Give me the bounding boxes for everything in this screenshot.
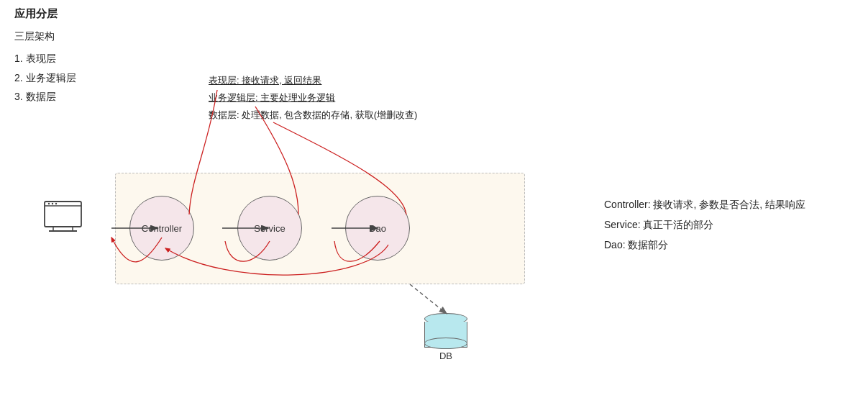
svg-point-4 [55, 203, 57, 204]
circle-dao: Dao [345, 196, 410, 261]
ann-line-3: 数据层: 处理数据, 包含数据的存储, 获取(增删改查) [209, 107, 417, 124]
list-item: 1. 表现层 [14, 49, 76, 68]
db-container: DB [424, 313, 467, 361]
page-title: 应用分层 [14, 7, 58, 21]
db-cylinder [424, 313, 467, 349]
right-desc-line-1: Controller: 接收请求, 参数是否合法, 结果响应 [604, 194, 805, 214]
right-desc: Controller: 接收请求, 参数是否合法, 结果响应 Service: … [604, 194, 805, 255]
diagram-container: Controller Service Dao [72, 173, 547, 317]
list-items: 1. 表现层 2. 业务逻辑层 3. 数据层 [14, 49, 76, 107]
db-label: DB [439, 350, 452, 361]
svg-point-2 [48, 203, 50, 204]
right-desc-line-3: Dao: 数据部分 [604, 235, 805, 255]
computer-icon [43, 200, 83, 236]
circle-service: Service [237, 196, 302, 261]
annotations: 表现层: 接收请求, 返回结果 业务逻辑层: 主要处理业务逻辑 数据层: 处理数… [209, 72, 417, 124]
list-item: 2. 业务逻辑层 [14, 68, 76, 88]
circle-controller: Controller [129, 196, 194, 261]
list-item: 3. 数据层 [14, 87, 76, 107]
ann-line-1: 表现层: 接收请求, 返回结果 [209, 72, 417, 89]
subtitle: 三层架构 [14, 30, 55, 43]
db-bottom-ellipse [424, 338, 467, 349]
ann-line-2: 业务逻辑层: 主要处理业务逻辑 [209, 89, 417, 107]
svg-point-3 [52, 203, 53, 204]
right-desc-line-2: Service: 真正干活的部分 [604, 214, 805, 235]
